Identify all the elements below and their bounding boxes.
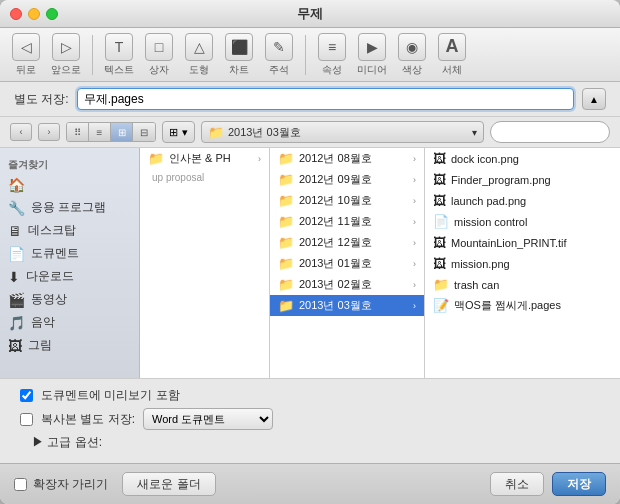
advanced-row: ▶ 고급 옵션: <box>20 434 600 451</box>
copy-save-row: 복사본 별도 저장: Word 도큐멘트 PDF Pages '09 <box>20 408 600 430</box>
nav-back-button[interactable]: ‹ <box>10 123 32 141</box>
save-dialog-window: 무제 ◁ 뒤로 ▷ 앞으로 T 텍스트 □ 상자 △ 도형 ⬛ 차트 ✎ <box>0 0 620 504</box>
list-item[interactable]: 📁 trash can <box>425 274 600 295</box>
apps-icon: 🔧 <box>8 200 25 216</box>
view-cover-button[interactable]: ⊟ <box>133 123 155 141</box>
copy-save-checkbox[interactable] <box>20 413 33 426</box>
font-icon: A <box>438 33 466 61</box>
toolbar-text-button[interactable]: T 텍스트 <box>103 33 135 77</box>
image-icon: 🖼 <box>433 256 446 271</box>
toolbar-comment-button[interactable]: ✎ 주석 <box>263 33 295 77</box>
list-item[interactable]: 🖼 mission.png <box>425 253 600 274</box>
folder-icon: 📁 <box>278 256 294 271</box>
hide-extension-label: 확장자 가리기 <box>33 476 108 493</box>
list-item[interactable]: 📄 mission control <box>425 211 600 232</box>
sidebar-item-apps[interactable]: 🔧 응용 프로그램 <box>0 196 139 219</box>
copy-format-select[interactable]: Word 도큐멘트 PDF Pages '09 <box>143 408 273 430</box>
sidebar-item-movies[interactable]: 🎬 동영상 <box>0 288 139 311</box>
include-preview-checkbox[interactable] <box>20 389 33 402</box>
sidebar-item-pictures[interactable]: 🖼 그림 <box>0 334 139 357</box>
folder-icon: 📁 <box>278 235 294 250</box>
sidebar: 즐겨찾기 🏠 🔧 응용 프로그램 🖥 데스크탑 📄 도큐멘트 ⬇ 다운로드 <box>0 148 140 378</box>
list-item-selected[interactable]: 📁 2013년 03월호 › <box>270 295 424 316</box>
nav-forward-button[interactable]: › <box>38 123 60 141</box>
attr-icon: ≡ <box>318 33 346 61</box>
toolbar-separator-2 <box>305 35 306 75</box>
minimize-button[interactable] <box>28 8 40 20</box>
arrow-icon: › <box>258 154 261 164</box>
toolbar-font-button[interactable]: A 서체 <box>436 33 468 77</box>
folder-icon: 📁 <box>433 277 449 292</box>
copy-save-label: 복사본 별도 저장: <box>41 411 135 428</box>
toolbar-media-button[interactable]: ▶ 미디어 <box>356 33 388 77</box>
folder-dropdown[interactable]: 📁 2013년 03월호 ▾ <box>201 121 484 143</box>
include-preview-row: 도큐멘트에 미리보기 포함 <box>20 387 600 404</box>
filename-input[interactable] <box>77 88 574 110</box>
arrow-icon: › <box>413 217 416 227</box>
toolbar: ◁ 뒤로 ▷ 앞으로 T 텍스트 □ 상자 △ 도형 ⬛ 차트 ✎ 주석 <box>0 28 620 82</box>
list-item[interactable]: 📁 인사본 & PH › <box>140 148 269 169</box>
title-bar: 무제 <box>0 0 620 28</box>
list-item[interactable]: 📁 2013년 01월호 › <box>270 253 424 274</box>
back-icon: ◁ <box>12 33 40 61</box>
toolbar-shape-button[interactable]: △ 도형 <box>183 33 215 77</box>
advanced-options-toggle[interactable]: ▶ 고급 옵션: <box>32 434 102 451</box>
list-item[interactable]: 📁 2012년 09월호 › <box>270 169 424 190</box>
view-list-button[interactable]: ≡ <box>89 123 111 141</box>
pages-icon: 📝 <box>433 298 449 313</box>
list-item[interactable]: 📁 2012년 12월호 › <box>270 232 424 253</box>
toolbar-color-button[interactable]: ◉ 색상 <box>396 33 428 77</box>
close-button[interactable] <box>10 8 22 20</box>
cancel-button[interactable]: 취소 <box>490 472 544 496</box>
sidebar-item-desktop[interactable]: 🖥 데스크탑 <box>0 219 139 242</box>
list-item[interactable]: 📝 맥OS를 쩜씨게.pages <box>425 295 600 316</box>
toolbar-back-button[interactable]: ◁ 뒤로 <box>10 33 42 77</box>
desktop-icon: 🖥 <box>8 223 22 239</box>
file-icon: 📄 <box>433 214 449 229</box>
sidebar-item-music[interactable]: 🎵 음악 <box>0 311 139 334</box>
save-button[interactable]: 저장 <box>552 472 606 496</box>
view-column-button[interactable]: ⊞ <box>111 123 133 141</box>
toolbar-attr-button[interactable]: ≡ 속성 <box>316 33 348 77</box>
documents-icon: 📄 <box>8 246 25 262</box>
arrow-icon: › <box>413 154 416 164</box>
toolbar-box-button[interactable]: □ 상자 <box>143 33 175 77</box>
arrange-dropdown[interactable]: ⊞ ▾ <box>162 121 195 143</box>
box-icon: □ <box>145 33 173 61</box>
save-as-label: 별도 저장: <box>14 91 69 108</box>
arrow-icon: › <box>413 175 416 185</box>
list-item[interactable]: 📁 2012년 08월호 › <box>270 148 424 169</box>
list-item[interactable]: 🖼 MountainLion_PRINT.tif <box>425 232 600 253</box>
sidebar-item-home[interactable]: 🏠 <box>0 174 139 196</box>
music-icon: 🎵 <box>8 315 25 331</box>
view-buttons: ⠿ ≡ ⊞ ⊟ <box>66 122 156 142</box>
sidebar-item-downloads[interactable]: ⬇ 다운로드 <box>0 265 139 288</box>
list-item[interactable]: up proposal <box>140 169 269 186</box>
list-item[interactable]: 🖼 Finder_program.png <box>425 169 600 190</box>
hide-extension-checkbox[interactable] <box>14 478 27 491</box>
list-item[interactable]: 🖼 launch pad.png <box>425 190 600 211</box>
new-folder-button[interactable]: 새로운 폴더 <box>122 472 215 496</box>
expand-button[interactable]: ▲ <box>582 88 606 110</box>
column-2: 📁 2012년 08월호 › 📁 2012년 09월호 › 📁 2012년 10… <box>270 148 425 378</box>
view-icon-button[interactable]: ⠿ <box>67 123 89 141</box>
search-input[interactable] <box>490 121 610 143</box>
dropdown-arrow-icon: ▾ <box>472 127 477 138</box>
image-icon: 🖼 <box>433 172 446 187</box>
toolbar-forward-button[interactable]: ▷ 앞으로 <box>50 33 82 77</box>
arrow-icon: › <box>413 301 416 311</box>
maximize-button[interactable] <box>46 8 58 20</box>
folder-icon: 📁 <box>278 172 294 187</box>
movies-icon: 🎬 <box>8 292 25 308</box>
list-item[interactable]: 📁 2012년 11월호 › <box>270 211 424 232</box>
image-icon: 🖼 <box>433 151 446 166</box>
toolbar-chart-button[interactable]: ⬛ 차트 <box>223 33 255 77</box>
sidebar-item-documents[interactable]: 📄 도큐멘트 <box>0 242 139 265</box>
nav-row: ‹ › ⠿ ≡ ⊞ ⊟ ⊞ ▾ 📁 2013년 03월호 ▾ <box>0 117 620 148</box>
list-item[interactable]: 📁 2013년 02월호 › <box>270 274 424 295</box>
folder-icon: 📁 <box>278 193 294 208</box>
list-item[interactable]: 🖼 dock icon.png <box>425 148 600 169</box>
image-icon: 🖼 <box>433 193 446 208</box>
sidebar-section-favorites: 즐겨찾기 <box>0 156 139 174</box>
list-item[interactable]: 📁 2012년 10월호 › <box>270 190 424 211</box>
